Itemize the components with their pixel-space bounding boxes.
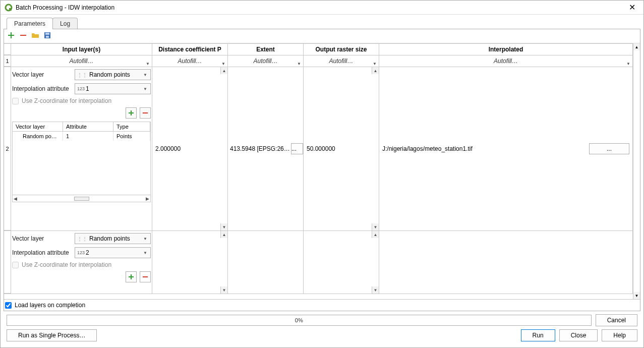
- vector-layer-label: Vector layer: [12, 71, 72, 78]
- interp-attr-select-2[interactable]: 123 2▼: [75, 247, 151, 258]
- remove-row-icon[interactable]: [19, 31, 27, 41]
- interp-attr-select[interactable]: 123 1▼: [75, 83, 151, 94]
- interpolated-cell[interactable]: J:/nigeria/lagos/meteo_station1.tif ...: [379, 67, 633, 230]
- interpolated-browse-button[interactable]: ...: [589, 143, 629, 154]
- svg-rect-1: [9, 8, 12, 11]
- svg-rect-4: [20, 35, 26, 36]
- window-title: Batch Processing - IDW interpolation: [16, 4, 114, 11]
- svg-rect-6: [45, 33, 49, 35]
- col-extent[interactable]: Extent: [228, 44, 304, 55]
- autofill-distance[interactable]: Autofill…▼: [152, 55, 228, 67]
- tab-strip: Parameters Log: [7, 18, 640, 29]
- input-layer-panel-1: Vector layer ⋮⋮ Random points▼ Interpola…: [11, 67, 152, 230]
- remove-layer-button-2[interactable]: [140, 271, 151, 282]
- layer-table-hscroll[interactable]: ◀▶: [13, 195, 150, 202]
- autofill-extent[interactable]: Autofill…▼: [228, 55, 304, 67]
- titlebar: Batch Processing - IDW interpolation ✕: [1, 1, 643, 15]
- output-size-cell-2[interactable]: ▲▼: [304, 231, 379, 294]
- layer-table-col-type[interactable]: Type: [113, 122, 150, 131]
- autofill-interpolated[interactable]: Autofill…▼: [379, 55, 633, 67]
- row-index-2: 2: [4, 67, 11, 230]
- interpolated-cell-2[interactable]: [379, 231, 633, 294]
- row-index-3: [4, 231, 11, 294]
- tab-log[interactable]: Log: [52, 18, 78, 29]
- svg-rect-13: [143, 276, 148, 277]
- output-size-spinner[interactable]: ▲▼: [372, 67, 379, 230]
- autofill-output-size[interactable]: Autofill…▼: [304, 55, 379, 67]
- svg-rect-9: [129, 112, 134, 113]
- qgis-logo-icon: [5, 4, 13, 12]
- use-z-label: Use Z-coordinate for interpolation: [22, 97, 111, 104]
- output-size-cell[interactable]: 50.000000 ▲▼: [304, 67, 379, 230]
- use-z-checkbox: [12, 98, 19, 104]
- extent-cell[interactable]: 413.5948 [EPSG:26391] ...: [228, 67, 304, 230]
- vector-layer-select[interactable]: ⋮⋮ Random points▼: [75, 69, 151, 80]
- grid-vscroll[interactable]: ▲▼: [633, 43, 640, 299]
- col-interpolated[interactable]: Interpolated: [379, 44, 633, 55]
- interp-attr-label: Interpolation attribute: [12, 85, 72, 92]
- svg-rect-3: [8, 35, 14, 36]
- tab-parameters[interactable]: Parameters: [7, 18, 53, 29]
- close-button[interactable]: Close: [559, 329, 598, 341]
- row-index-1: 1: [4, 55, 11, 67]
- save-icon[interactable]: [43, 31, 51, 41]
- load-layers-label: Load layers on completion: [15, 302, 85, 309]
- help-button[interactable]: Help: [602, 329, 637, 341]
- progress-bar: 0%: [7, 315, 592, 326]
- run-single-process-button[interactable]: Run as Single Process…: [7, 329, 97, 341]
- add-layer-button[interactable]: [126, 107, 137, 119]
- remove-layer-button[interactable]: [140, 107, 151, 119]
- svg-rect-10: [143, 112, 148, 113]
- col-distance-coeff[interactable]: Distance coefficient P: [152, 44, 228, 55]
- row-index-header: [4, 44, 11, 55]
- vector-layer-select-2[interactable]: ⋮⋮ Random points▼: [75, 233, 151, 244]
- table-row[interactable]: Random po… 1 Points: [13, 132, 150, 141]
- use-z-checkbox-2: [12, 262, 19, 268]
- col-output-size[interactable]: Output raster size: [304, 44, 379, 55]
- close-icon[interactable]: ✕: [625, 3, 639, 12]
- extent-cell-2[interactable]: [228, 231, 304, 294]
- autofill-input-layers[interactable]: Autofill…▼: [11, 55, 152, 67]
- add-row-icon[interactable]: [7, 31, 15, 41]
- svg-rect-12: [129, 276, 134, 277]
- layer-table: Vector layer Attribute Type Random po… 1…: [12, 122, 151, 202]
- layer-table-col-vector[interactable]: Vector layer: [13, 122, 63, 131]
- svg-rect-7: [46, 36, 49, 38]
- col-input-layers[interactable]: Input layer(s): [11, 44, 152, 55]
- layer-table-col-attribute[interactable]: Attribute: [63, 122, 113, 131]
- distance-cell[interactable]: 2.000000 ▲▼: [152, 67, 228, 230]
- run-button[interactable]: Run: [521, 329, 555, 341]
- cancel-button[interactable]: Cancel: [596, 314, 637, 326]
- load-layers-checkbox[interactable]: [5, 302, 12, 309]
- points-icon: ⋮⋮: [77, 72, 87, 78]
- points-icon: ⋮⋮: [77, 236, 87, 242]
- open-icon[interactable]: [31, 31, 39, 41]
- distance-spinner[interactable]: ▲▼: [220, 67, 227, 230]
- distance-cell-2[interactable]: ▲▼: [152, 231, 228, 294]
- add-layer-button-2[interactable]: [126, 271, 137, 282]
- extent-browse-button[interactable]: ...: [291, 143, 303, 154]
- toolbar: [4, 29, 640, 43]
- input-layer-panel-2: Vector layer ⋮⋮ Random points▼ Interpola…: [11, 231, 152, 294]
